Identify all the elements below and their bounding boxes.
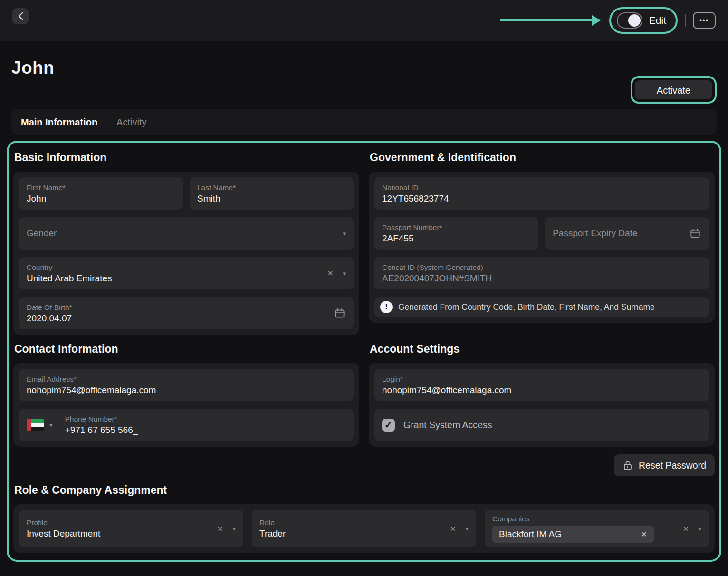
name-row: First Name* John Last Name* Smith [19, 177, 354, 210]
passport-number-value: 2AF455 [382, 233, 531, 244]
section-title: Basic Information [14, 151, 359, 164]
reset-password-label: Reset Password [639, 460, 706, 471]
grant-system-access-row[interactable]: ✓ Grant System Access [374, 409, 709, 441]
phone-value: +971 67 655 566_ [65, 425, 346, 435]
chevron-down-icon: ▾ [49, 422, 53, 429]
national-id-field[interactable]: National ID 12YT656823774 [374, 177, 709, 210]
tab-activity[interactable]: Activity [116, 117, 146, 128]
note-text: Generated From Country Code, Birth Date,… [398, 302, 655, 312]
chevron-down-icon[interactable]: ▾ [698, 525, 701, 532]
more-options-button[interactable]: ••• [693, 12, 716, 29]
toggle-knob [628, 14, 641, 27]
company-chip[interactable]: Blackfort IM AG ✕ [492, 526, 654, 543]
role-select[interactable]: Role Trader ✕ ▾ [252, 510, 476, 547]
login-field[interactable]: Login* nohopim754@officemalaga.com [374, 369, 709, 401]
last-name-field[interactable]: Last Name* Smith [190, 177, 354, 210]
country-label: Country [27, 263, 322, 272]
main-form-container: Basic Information First Name* John Last … [7, 141, 721, 562]
grant-access-label: Grant System Access [403, 420, 492, 431]
passport-row: Passport Number* 2AF455 Passport Expiry … [374, 217, 709, 250]
concat-id-note: ! Generated From Country Code, Birth Dat… [374, 297, 709, 317]
login-value: nohopim754@officemalaga.com [382, 385, 701, 395]
phone-country-selector[interactable]: ▾ [27, 419, 53, 431]
last-name-label: Last Name* [197, 183, 346, 192]
phone-label: Phone Number* [65, 415, 346, 423]
passport-number-label: Passport Number* [382, 223, 531, 232]
section-contact-information: Contact Information Email Address* nohop… [13, 335, 359, 476]
concat-id-label: Concat ID (System Generated) [382, 263, 701, 272]
companies-select[interactable]: Companies Blackfort IM AG ✕ ✕ ▾ [485, 510, 709, 547]
section-basic-information: Basic Information First Name* John Last … [13, 144, 359, 335]
clear-icon[interactable]: ✕ [450, 525, 456, 533]
section-title: Role & Company Assignment [14, 484, 715, 497]
back-button[interactable] [12, 8, 29, 24]
dob-value: 2020.04.07 [27, 313, 328, 324]
profile-select[interactable]: Profile Invest Department ✕ ▾ [19, 510, 243, 547]
national-id-label: National ID [382, 183, 701, 192]
check-icon: ✓ [384, 419, 393, 431]
edit-toggle[interactable] [617, 12, 642, 29]
email-field[interactable]: Email Address* nohopim754@officemalaga.c… [19, 369, 354, 401]
section-title: Account Settings [370, 343, 715, 355]
activate-row: Activate [11, 76, 717, 104]
companies-label: Companies [492, 515, 677, 523]
section-account-settings: Account Settings Login* nohopim754@offic… [369, 335, 715, 476]
company-chip-label: Blackfort IM AG [499, 529, 562, 539]
grant-access-checkbox[interactable]: ✓ [382, 419, 395, 432]
reset-password-row: Reset Password [369, 454, 715, 476]
profile-value: Invest Department [27, 528, 211, 539]
first-name-value: John [27, 193, 175, 204]
concat-id-field: Concat ID (System Generated) AE20200407J… [374, 257, 709, 289]
concat-id-value: AE20200407JOHN#SMITH [382, 273, 701, 284]
activate-button-highlight: Activate [631, 76, 717, 104]
topbar-divider [685, 14, 686, 27]
passport-number-field[interactable]: Passport Number* 2AF455 [374, 217, 538, 250]
country-value: United Arab Emirates [27, 273, 322, 284]
reset-password-button[interactable]: Reset Password [614, 454, 715, 476]
clear-icon[interactable]: ✕ [217, 525, 223, 533]
gender-select[interactable]: Gender ▾ [19, 217, 354, 250]
clear-icon[interactable]: ✕ [327, 269, 334, 278]
login-label: Login* [382, 375, 701, 384]
government-panel: National ID 12YT656823774 Passport Numbe… [369, 172, 715, 323]
passport-expiry-field[interactable]: Passport Expiry Date [545, 217, 709, 250]
edit-toggle-highlight: Edit [609, 7, 678, 34]
basic-information-panel: First Name* John Last Name* Smith Gender… [13, 172, 359, 335]
role-value: Trader [259, 528, 444, 539]
chevron-down-icon[interactable]: ▾ [465, 525, 469, 532]
chevron-down-icon[interactable]: ▾ [343, 230, 346, 237]
contact-panel: Email Address* nohopim754@officemalaga.c… [13, 363, 359, 447]
phone-field[interactable]: ▾ Phone Number* +971 67 655 566_ [19, 409, 354, 441]
chevron-left-icon [18, 12, 23, 20]
date-of-birth-field[interactable]: Date Of Birth* 2020.04.07 [19, 297, 354, 329]
section-role-company: Role & Company Assignment Profile Invest… [13, 476, 715, 553]
account-panel: Login* nohopim754@officemalaga.com ✓ Gra… [369, 363, 715, 447]
profile-label: Profile [27, 518, 211, 527]
role-label: Role [259, 518, 444, 527]
section-title: Contact Information [14, 343, 359, 355]
page-title: John [11, 58, 717, 78]
first-name-field[interactable]: First Name* John [19, 177, 183, 210]
calendar-icon[interactable] [689, 227, 701, 240]
uae-flag-icon [27, 419, 44, 431]
lock-icon [623, 460, 633, 471]
dob-label: Date Of Birth* [27, 303, 328, 312]
chevron-down-icon[interactable]: ▾ [232, 525, 236, 532]
activate-button[interactable]: Activate [635, 80, 712, 99]
arrow-right-icon [500, 15, 601, 26]
chevron-down-icon[interactable]: ▾ [343, 270, 346, 277]
edit-toggle-label: Edit [649, 15, 666, 26]
top-bar: Edit ••• [0, 0, 728, 41]
passport-expiry-label: Passport Expiry Date [553, 228, 683, 239]
chip-remove-icon[interactable]: ✕ [641, 530, 647, 539]
clear-icon[interactable]: ✕ [683, 525, 689, 533]
calendar-icon[interactable] [334, 307, 346, 319]
national-id-value: 12YT656823774 [382, 193, 701, 204]
ellipsis-icon: ••• [699, 17, 709, 24]
country-select[interactable]: Country United Arab Emirates ✕ ▾ [19, 257, 354, 289]
email-label: Email Address* [27, 375, 346, 384]
role-panel: Profile Invest Department ✕ ▾ Role Trade… [13, 504, 715, 553]
tab-bar: Main Information Activity [11, 109, 717, 135]
section-government-identification: Government & Identification National ID … [369, 144, 715, 335]
tab-main-information[interactable]: Main Information [21, 117, 97, 128]
